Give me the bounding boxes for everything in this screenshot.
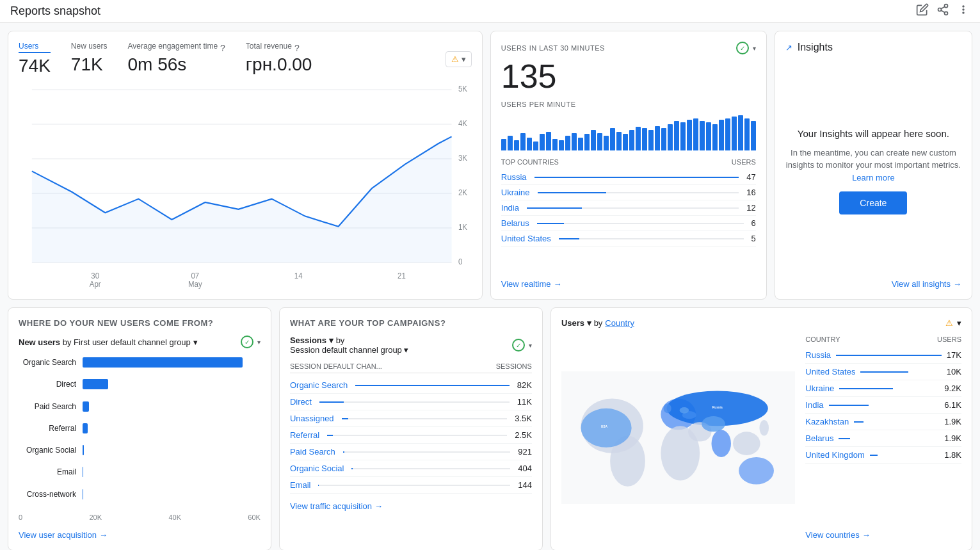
camp-name[interactable]: Referral — [290, 430, 319, 440]
geo-country-row: United States 10K — [805, 364, 961, 380]
alert-button[interactable]: ⚠ ▾ — [446, 51, 472, 67]
country-name[interactable]: United States — [501, 234, 551, 243]
upm-bar — [674, 121, 679, 150]
metrics-header: Users 74K New users 71K Average engageme… — [19, 42, 472, 76]
hbar-fill — [83, 401, 89, 412]
upm-bar — [706, 122, 711, 150]
upm-bar — [719, 120, 724, 150]
geo-country-value: 6.1K — [944, 400, 961, 410]
svg-text:2K: 2K — [458, 188, 467, 197]
camp-row: Email 144 — [290, 477, 532, 494]
users-metric-label[interactable]: Users ▾ — [561, 318, 591, 328]
geo-bar-wrap — [860, 371, 941, 373]
country-bar — [559, 238, 579, 239]
view-traffic-link[interactable]: View traffic acquisition → — [290, 501, 532, 511]
upm-bar — [712, 124, 718, 150]
view-user-acquisition-link[interactable]: View user acquisition → — [19, 530, 261, 540]
country-name[interactable]: Ukraine — [501, 188, 530, 197]
avg-engagement-label[interactable]: Average engagement time — [128, 42, 218, 52]
upm-bar — [629, 130, 634, 150]
camp-name[interactable]: Paid Search — [290, 447, 335, 457]
upm-bar — [700, 121, 705, 150]
geo-country-row: Belarus 1.9K — [805, 430, 961, 447]
hbar-label: Referral — [19, 424, 83, 433]
hbar-row: Direct — [19, 379, 261, 389]
country-name[interactable]: Russia — [501, 172, 527, 182]
channel-group-label[interactable]: Session default channel group ▾ — [290, 345, 409, 355]
sessions-label[interactable]: Sessions ▾ — [290, 336, 333, 345]
hbar-track — [83, 467, 261, 477]
geo-country-value: 17K — [947, 350, 961, 360]
svg-point-31 — [711, 430, 730, 457]
upm-bar-chart — [501, 112, 756, 150]
camp-name[interactable]: Organic Search — [290, 380, 348, 390]
camp-row: Referral 2.5K — [290, 427, 532, 444]
upm-label: USERS PER MINUTE — [501, 101, 756, 108]
revenue-label[interactable]: Total revenue — [246, 42, 292, 52]
geo-country-name[interactable]: Kazakhstan — [805, 417, 849, 426]
arrow-right-icon: → — [862, 530, 871, 540]
geo-country-name[interactable]: India — [805, 400, 823, 410]
geo-country-value: 1.9K — [944, 433, 961, 443]
camp-row: Unassigned 3.5K — [290, 410, 532, 427]
campaigns-dropdown[interactable]: ▾ — [529, 342, 532, 349]
realtime-dropdown-arrow[interactable]: ▾ — [753, 45, 756, 52]
upm-bar — [584, 134, 590, 150]
country-name[interactable]: Belarus — [501, 218, 529, 228]
camp-bar-wrap — [342, 418, 508, 419]
geo-country-name[interactable]: United Kingdom — [805, 450, 865, 460]
share-icon[interactable] — [936, 3, 949, 19]
create-button[interactable]: Create — [839, 191, 907, 214]
campaigns-card: WHAT ARE YOUR TOP CAMPAIGNS? Sessions ▾ … — [279, 307, 543, 550]
view-countries-link[interactable]: View countries → — [805, 530, 961, 540]
geo-country-name[interactable]: United States — [805, 367, 855, 376]
new-users-label[interactable]: New users — [71, 42, 108, 52]
new-users-dropdown[interactable]: ▾ — [257, 339, 261, 346]
users-label[interactable]: Users — [19, 42, 51, 53]
edit-icon[interactable] — [916, 3, 929, 19]
new-users-section-title: WHERE DO YOUR NEW USERS COME FROM? — [19, 318, 261, 328]
dashboard: Users 74K New users 71K Average engageme… — [0, 23, 980, 550]
country-name[interactable]: India — [501, 203, 519, 213]
camp-name[interactable]: Organic Social — [290, 464, 344, 473]
upm-bar — [648, 130, 654, 150]
camp-name[interactable]: Direct — [290, 397, 312, 407]
more-options-icon[interactable] — [957, 3, 970, 19]
view-all-insights-link[interactable]: View all insights → — [892, 279, 961, 289]
svg-text:5K: 5K — [458, 85, 467, 93]
country-row: United States 5 — [501, 231, 756, 247]
geo-country-name[interactable]: Belarus — [805, 433, 833, 443]
svg-text:May: May — [188, 280, 202, 288]
help-icon[interactable]: ? — [220, 43, 225, 53]
camp-name[interactable]: Email — [290, 480, 311, 490]
country-bar-wrap — [559, 238, 744, 239]
metric-revenue: Total revenue ? грн.0.00 — [246, 42, 312, 76]
world-map: USA Russia — [561, 336, 795, 540]
svg-text:21: 21 — [398, 271, 406, 280]
upm-bar — [732, 117, 737, 150]
alert-icon: ⚠ — [451, 54, 459, 64]
view-realtime-link[interactable]: View realtime → — [501, 279, 756, 289]
geo-country-name[interactable]: Ukraine — [805, 384, 834, 393]
new-users-value: 71K — [71, 54, 108, 75]
geo-country-name[interactable]: Russia — [805, 350, 831, 360]
upm-bar — [623, 134, 628, 150]
upm-bar — [610, 128, 615, 150]
camp-name[interactable]: Unassigned — [290, 414, 334, 423]
geo-bar — [839, 388, 893, 389]
geo-bar — [839, 438, 849, 439]
camp-value: 404 — [518, 464, 532, 473]
realtime-section-label: USERS IN LAST 30 MINUTES — [501, 44, 605, 52]
camp-bar-wrap — [351, 468, 510, 469]
camp-value: 144 — [518, 480, 532, 490]
upm-bar — [687, 120, 692, 150]
new-users-filter-btn[interactable]: New users by First user default channel … — [19, 337, 198, 347]
learn-more-link[interactable]: Learn more — [852, 173, 894, 182]
geo-dropdown[interactable]: ▾ — [957, 318, 961, 328]
map-header: Users ▾ by Country ⚠ ▾ — [561, 318, 961, 328]
svg-point-35 — [759, 420, 769, 435]
camp-value: 3.5K — [515, 414, 532, 423]
geo-country-row: Russia 17K — [805, 347, 961, 364]
country-dimension-label[interactable]: Country — [605, 318, 634, 328]
revenue-help-icon[interactable]: ? — [294, 43, 300, 53]
